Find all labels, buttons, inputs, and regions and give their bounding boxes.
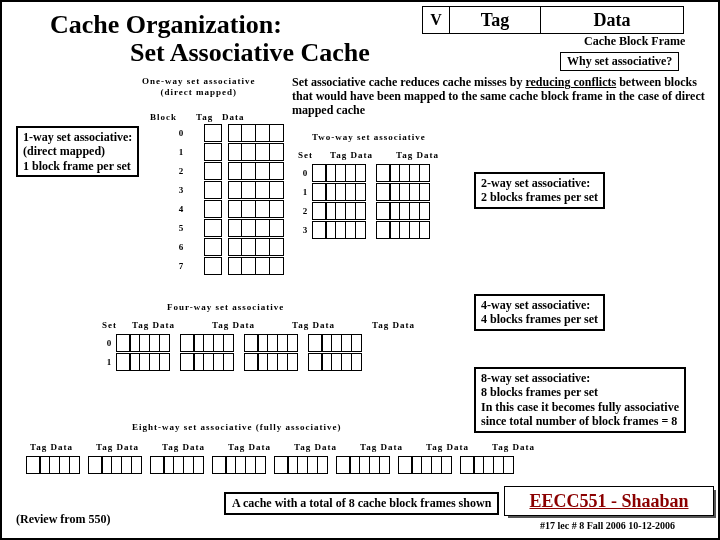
- eightway-label: Eight-way set associative (fully associa…: [132, 422, 341, 432]
- eecc-wrap: EECC551 - Shaaban: [504, 486, 712, 514]
- grid-2way: 0123: [298, 164, 440, 240]
- data-header-1: Data: [222, 112, 245, 122]
- box-4way: 4-way set associative:4 blocks frames pe…: [474, 294, 605, 331]
- description: Set associative cache reduces cache miss…: [292, 76, 712, 117]
- box-2way: 2-way set associative:2 blocks frames pe…: [474, 172, 605, 209]
- footer-box: A cache with a total of 8 cache block fr…: [224, 492, 499, 515]
- box-1way: 1-way set associative:(direct mapped)1 b…: [16, 126, 139, 177]
- oneway-label: One-way set associative(direct mapped): [142, 76, 255, 98]
- td-header-8-5: Tag Data: [360, 442, 403, 452]
- twoway-label: Two-way set associative: [312, 132, 426, 142]
- td-header-8-0: Tag Data: [30, 442, 73, 452]
- td-header-4c: Tag Data: [292, 320, 335, 330]
- td-header-4b: Tag Data: [212, 320, 255, 330]
- grid-4way: 01: [102, 334, 372, 372]
- title-line1: Cache Organization:: [50, 10, 282, 40]
- td-header-8-1: Tag Data: [96, 442, 139, 452]
- cache-block-frame-label: Cache Block Frame: [584, 34, 685, 49]
- grid-1way: 01234567: [190, 124, 284, 276]
- td-header-2b: Tag Data: [396, 150, 439, 160]
- td-header-8-2: Tag Data: [162, 442, 205, 452]
- set-header-2: Set: [298, 150, 313, 160]
- set-header-4: Set: [102, 320, 117, 330]
- td-header-4a: Tag Data: [132, 320, 175, 330]
- tag-cell: Tag: [450, 7, 541, 33]
- fourway-label: Four-way set associative: [167, 302, 284, 312]
- data-cell: Data: [541, 7, 683, 33]
- td-header-8-4: Tag Data: [294, 442, 337, 452]
- box-8way: 8-way set associative:8 blocks frames pe…: [474, 367, 686, 433]
- td-header-8-7: Tag Data: [492, 442, 535, 452]
- eecc-label: EECC551 - Shaaban: [504, 486, 714, 516]
- td-header-8-3: Tag Data: [228, 442, 271, 452]
- td-header-8-6: Tag Data: [426, 442, 469, 452]
- v-cell: V: [423, 7, 450, 33]
- review-label: (Review from 550): [16, 512, 110, 527]
- td-header-4d: Tag Data: [372, 320, 415, 330]
- block-header: Block: [150, 112, 177, 122]
- td-header-2a: Tag Data: [330, 150, 373, 160]
- grid-8way: [26, 456, 522, 474]
- title-line2: Set Associative Cache: [130, 38, 370, 68]
- lecture-info: #17 lec # 8 Fall 2006 10-12-2006: [540, 520, 675, 531]
- tag-header-1: Tag: [196, 112, 213, 122]
- why-box: Why set associative?: [560, 52, 679, 71]
- vtd-box: V Tag Data: [422, 6, 684, 34]
